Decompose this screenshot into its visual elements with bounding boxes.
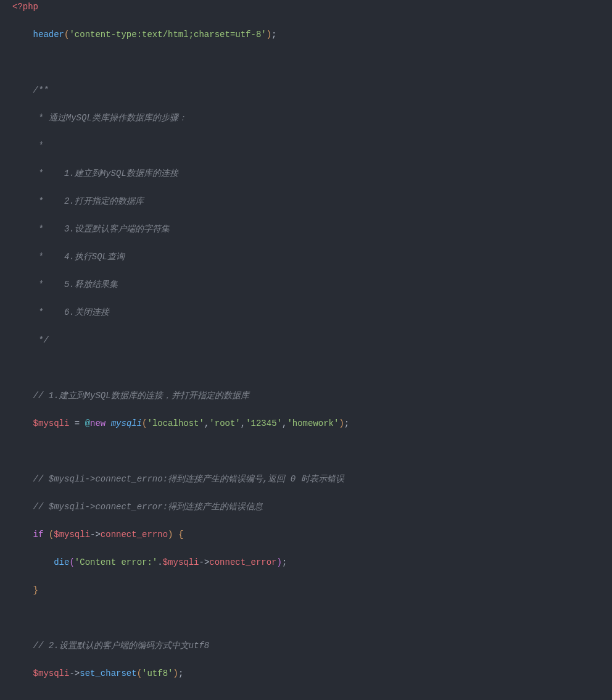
code-block: <?php header('content-type:text/html;cha… xyxy=(0,0,612,700)
php-open-tag: <?php xyxy=(12,2,38,12)
php-code: <?php header('content-type:text/html;cha… xyxy=(0,0,612,700)
fn-header: header xyxy=(33,30,64,40)
